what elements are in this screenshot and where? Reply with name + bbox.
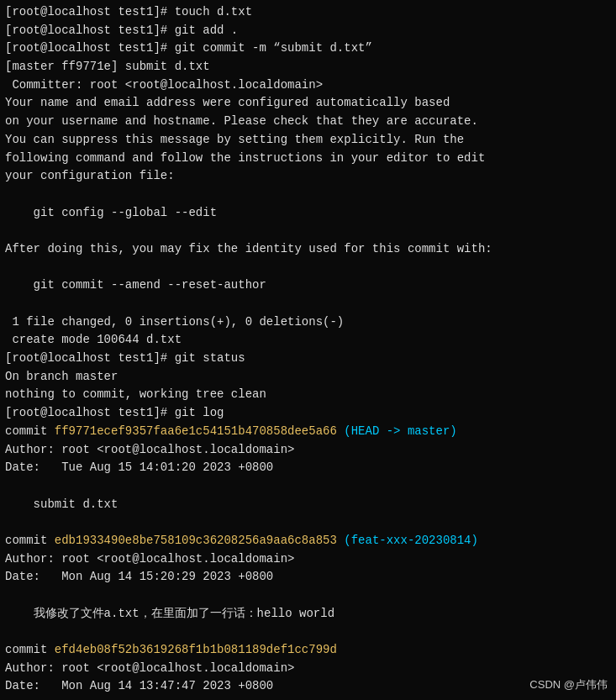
terminal-line xyxy=(5,623,611,641)
terminal-line: commit efd4eb08f52b3619268f1b1b081189def… xyxy=(5,641,611,660)
terminal-line xyxy=(5,513,611,532)
terminal-line xyxy=(5,295,611,313)
terminal-content: [root@localhost test1]# touch d.txt [roo… xyxy=(5,3,611,700)
terminal-line: commit edb1933490e8be758109c36208256a9aa… xyxy=(5,532,611,550)
terminal-line: 1 file changed, 0 insertions(+), 0 delet… xyxy=(5,313,611,332)
terminal-line: Your name and email address were configu… xyxy=(5,94,611,113)
terminal-line: submit d.txt xyxy=(5,496,611,514)
terminal-line: Author: root <root@localhost.localdomain… xyxy=(5,660,611,678)
terminal-line xyxy=(5,696,611,700)
terminal-line xyxy=(5,222,611,240)
terminal-line: Date: Tue Aug 15 14:01:20 2023 +0800 xyxy=(5,459,611,477)
terminal-line xyxy=(5,477,611,496)
terminal-line: [master ff9771e] submit d.txt xyxy=(5,58,611,76)
terminal-line: on your username and hostname. Please ch… xyxy=(5,113,611,131)
terminal-line: On branch master xyxy=(5,368,611,387)
terminal-line: Date: Mon Aug 14 13:47:47 2023 +0800 xyxy=(5,677,611,696)
terminal-line: git commit --amend --reset-author xyxy=(5,276,611,295)
terminal-line: following command and follow the instruc… xyxy=(5,150,611,168)
terminal-line: [root@localhost test1]# git commit -m “s… xyxy=(5,39,611,58)
terminal-line: Author: root <root@localhost.localdomain… xyxy=(5,550,611,569)
terminal-line: You can suppress this message by setting… xyxy=(5,131,611,150)
terminal-line: your configuration file: xyxy=(5,167,611,186)
terminal-line: 我修改了文件a.txt，在里面加了一行话：hello world xyxy=(5,605,611,624)
terminal-line: After doing this, you may fix the identi… xyxy=(5,240,611,259)
terminal-line: Author: root <root@localhost.localdomain… xyxy=(5,441,611,460)
terminal-line xyxy=(5,186,611,204)
terminal-line: git config --global --edit xyxy=(5,204,611,223)
terminal-line xyxy=(5,259,611,277)
terminal-line: create mode 100644 d.txt xyxy=(5,331,611,350)
terminal-line xyxy=(5,587,611,605)
terminal-line: [root@localhost test1]# git log xyxy=(5,404,611,423)
terminal-line: commit ff9771ecef9357faa6e1c54151b470858… xyxy=(5,423,611,441)
watermark: CSDN @卢伟伟 xyxy=(529,676,608,693)
terminal-line: [root@localhost test1]# touch d.txt xyxy=(5,3,611,22)
terminal-line: [root@localhost test1]# git status xyxy=(5,350,611,368)
terminal-window: { "terminal": { "lines": [ {"type": "pro… xyxy=(0,0,616,700)
terminal-line: [root@localhost test1]# git add . xyxy=(5,22,611,40)
terminal-line: nothing to commit, working tree clean xyxy=(5,386,611,404)
terminal-line: Committer: root <root@localhost.localdom… xyxy=(5,76,611,95)
terminal-line: Date: Mon Aug 14 15:20:29 2023 +0800 xyxy=(5,568,611,587)
